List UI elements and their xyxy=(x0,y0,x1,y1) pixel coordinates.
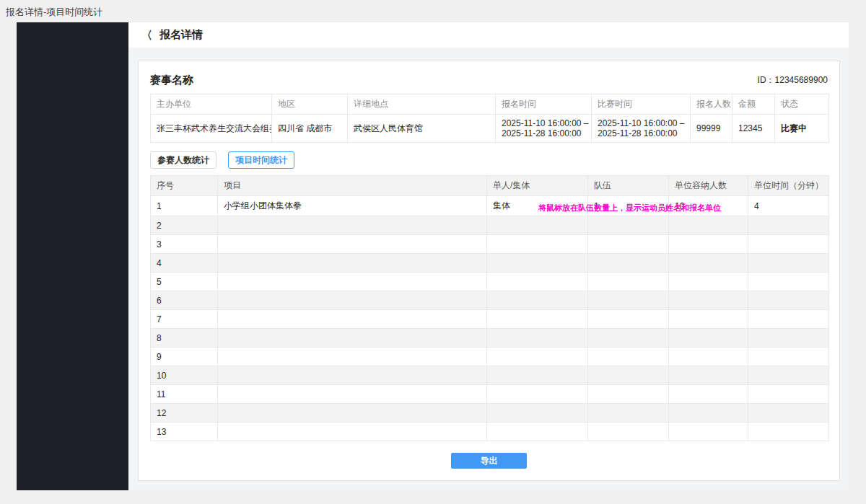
tab-project-time-stats[interactable]: 项目时间统计 xyxy=(228,151,294,169)
table-cell: 4 xyxy=(748,196,829,216)
table-cell xyxy=(669,329,748,348)
amount-cell: 12345 xyxy=(732,115,775,143)
main-panel: 〈 报名详情 赛事名称 ID：12345689900 主办单位 地区 详细地点 … xyxy=(128,22,849,490)
tab-participant-count-stats[interactable]: 参赛人数统计 xyxy=(150,151,216,169)
table-cell xyxy=(669,216,748,235)
table-row: 13 xyxy=(151,423,829,441)
table-cell xyxy=(588,254,669,273)
table-row: 11 xyxy=(151,385,829,404)
table-cell xyxy=(748,385,829,404)
table-row: 6 xyxy=(151,291,829,310)
match-time-start: 2025-11-10 16:00:00 – xyxy=(598,118,684,128)
column-header: 队伍 xyxy=(588,176,669,196)
export-button[interactable]: 导出 xyxy=(451,453,527,469)
table-cell: 7 xyxy=(151,310,218,329)
table-cell xyxy=(588,385,669,404)
signup-count-cell: 99999 xyxy=(691,115,732,143)
column-header: 序号 xyxy=(151,176,218,196)
table-cell xyxy=(588,235,669,254)
project-table-body: 1小学组小团体集体拳集体11042345678910111213 xyxy=(151,196,829,441)
table-row: 2 xyxy=(151,216,829,235)
table-cell xyxy=(669,235,748,254)
event-id-label: ID： xyxy=(758,75,775,85)
column-header: 地区 xyxy=(272,94,348,115)
back-icon[interactable]: 〈 xyxy=(141,30,152,40)
table-cell xyxy=(748,235,829,254)
table-row: 5 xyxy=(151,273,829,291)
table-cell: 2 xyxy=(151,216,218,235)
match-time-cell: 2025-11-10 16:00:00 – 2025-11-28 16:00:0… xyxy=(592,115,691,143)
table-cell xyxy=(487,329,588,348)
table-cell xyxy=(218,310,487,329)
table-cell xyxy=(218,291,487,310)
table-cell xyxy=(487,366,588,385)
venue-cell: 武侯区人民体育馆 xyxy=(348,115,496,143)
signup-time-end: 2025-11-28 16:00:00 xyxy=(502,128,585,138)
table-cell xyxy=(218,385,487,404)
table-row: 10 xyxy=(151,366,829,385)
column-header: 金额 xyxy=(732,94,775,115)
table-cell: 11 xyxy=(151,385,218,404)
table-cell xyxy=(218,235,487,254)
table-cell: 10 xyxy=(669,196,748,216)
table-cell xyxy=(487,216,588,235)
table-cell xyxy=(669,254,748,273)
table-cell xyxy=(487,235,588,254)
region-cell: 四川省 成都市 xyxy=(272,115,348,143)
tabs: 参赛人数统计 项目时间统计 xyxy=(150,151,828,169)
table-cell xyxy=(748,254,829,273)
match-time-end: 2025-11-28 16:00:00 xyxy=(598,128,684,138)
table-cell xyxy=(748,329,829,348)
table-cell xyxy=(588,216,669,235)
table-cell: 10 xyxy=(151,366,218,385)
table-cell xyxy=(218,404,487,423)
table-cell xyxy=(588,423,669,441)
column-header: 单位容纳人数 xyxy=(669,176,748,196)
table-cell xyxy=(588,291,669,310)
table-cell: 8 xyxy=(151,329,218,348)
table-cell: 1 xyxy=(151,196,218,216)
table-cell xyxy=(669,348,748,366)
table-cell xyxy=(669,310,748,329)
table-cell xyxy=(218,423,487,441)
team-count-cell[interactable]: 1 xyxy=(588,196,669,216)
project-table: 序号项目单人/集体队伍单位容纳人数单位时间（分钟） 1小学组小团体集体拳集体11… xyxy=(150,175,829,441)
table-cell xyxy=(669,423,748,441)
table-cell: 9 xyxy=(151,348,218,366)
table-cell xyxy=(748,273,829,291)
table-cell xyxy=(669,273,748,291)
table-cell xyxy=(669,385,748,404)
page-title: 报名详情 xyxy=(159,28,203,42)
column-header: 主办单位 xyxy=(151,94,272,115)
event-section-title: 赛事名称 xyxy=(150,74,193,87)
column-header: 单位时间（分钟） xyxy=(748,176,829,196)
table-cell xyxy=(487,423,588,441)
table-cell: 12 xyxy=(151,404,218,423)
table-row: 1小学组小团体集体拳集体1104 xyxy=(151,196,829,216)
column-header: 详细地点 xyxy=(348,94,496,115)
table-cell xyxy=(588,329,669,348)
table-cell xyxy=(487,254,588,273)
project-table-header-row: 序号项目单人/集体队伍单位容纳人数单位时间（分钟） xyxy=(151,176,829,196)
table-cell xyxy=(487,273,588,291)
table-cell: 集体 xyxy=(487,196,588,216)
column-header: 状态 xyxy=(775,94,829,115)
table-cell xyxy=(669,404,748,423)
table-cell xyxy=(748,291,829,310)
table-cell xyxy=(588,348,669,366)
header-bar: 〈 报名详情 xyxy=(128,22,849,48)
content-card: 赛事名称 ID：12345689900 主办单位 地区 详细地点 报名时间 比赛… xyxy=(138,61,840,481)
table-cell: 3 xyxy=(151,235,218,254)
table-cell xyxy=(748,366,829,385)
table-cell xyxy=(487,310,588,329)
column-header: 比赛时间 xyxy=(592,94,691,115)
event-table: 主办单位 地区 详细地点 报名时间 比赛时间 报名人数 金额 状态 张三丰杯武术… xyxy=(150,94,829,143)
table-row: 3 xyxy=(151,235,829,254)
table-cell xyxy=(588,273,669,291)
event-header: 赛事名称 ID：12345689900 xyxy=(150,61,828,87)
table-row: 12 xyxy=(151,404,829,423)
table-cell xyxy=(748,404,829,423)
table-cell: 6 xyxy=(151,291,218,310)
table-cell: 小学组小团体集体拳 xyxy=(218,196,487,216)
table-cell xyxy=(669,291,748,310)
